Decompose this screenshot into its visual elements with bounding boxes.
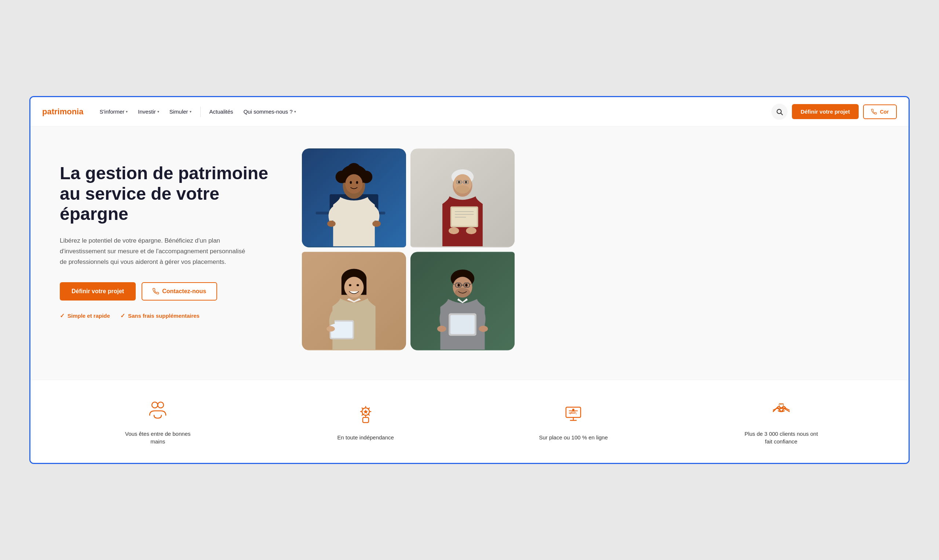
svg-point-20 — [456, 185, 470, 194]
navbar-cta-button[interactable]: Définir votre projet — [792, 104, 859, 119]
features-section: Vous êtes entre de bonnes mains — [31, 380, 908, 463]
nav-item-qui-sommes-nous[interactable]: Qui sommes-nous ? ▾ — [239, 106, 301, 118]
svg-marker-69 — [363, 409, 368, 414]
svg-point-12 — [350, 182, 352, 185]
hero-contact-button[interactable]: Contactez-nous — [142, 282, 217, 300]
navbar-contact-button[interactable]: Cor — [863, 105, 897, 119]
svg-point-32 — [466, 227, 476, 234]
feature-independence: En toute indépendance — [325, 401, 406, 441]
chevron-down-icon: ▾ — [294, 109, 296, 114]
svg-line-1 — [780, 113, 782, 115]
svg-point-15 — [372, 221, 381, 227]
online-icon — [562, 403, 584, 426]
svg-line-66 — [368, 408, 369, 409]
chevron-down-icon: ▾ — [190, 109, 191, 114]
svg-point-58 — [158, 402, 163, 408]
feature-icon-handshake-wrapper — [768, 398, 794, 424]
hero-description: Libérez le potentiel de votre épargne. B… — [60, 235, 251, 268]
feature-clients: Plus de 3 000 clients nous ont fait conf… — [741, 398, 822, 445]
person-image-2 — [410, 148, 515, 247]
svg-point-14 — [327, 221, 336, 227]
brand-logo[interactable]: patrimonia — [42, 107, 83, 117]
svg-point-46 — [457, 284, 460, 286]
browser-frame: patrimonia S'informer ▾ Investir ▾ Simul… — [29, 96, 910, 464]
person-image-4 — [410, 252, 515, 350]
svg-point-45 — [455, 288, 470, 298]
svg-point-21 — [458, 181, 460, 184]
svg-point-22 — [465, 181, 467, 184]
svg-point-56 — [479, 325, 488, 332]
feature-label-online: Sur place ou 100 % en ligne — [539, 434, 608, 441]
nav-item-actualites[interactable]: Actualités — [205, 106, 238, 118]
svg-point-73 — [572, 409, 574, 411]
check-icon: ✓ — [120, 312, 125, 319]
feature-icon-independence-wrapper — [353, 401, 379, 428]
svg-point-13 — [356, 182, 358, 185]
nav-items: S'informer ▾ Investir ▾ Simuler ▾ Actual… — [95, 106, 768, 118]
svg-rect-27 — [452, 208, 477, 226]
badge-frais: ✓ Sans frais supplémentaires — [120, 312, 199, 319]
feature-label-hands: Vous êtes entre de bonnes mains — [117, 430, 198, 445]
photo-card-4 — [410, 252, 515, 350]
hands-icon — [147, 400, 169, 422]
phone-icon — [871, 109, 877, 115]
photo-card-3 — [302, 252, 406, 350]
hero-cta-button[interactable]: Définir votre projet — [60, 282, 136, 300]
svg-line-67 — [362, 414, 363, 415]
photo-card-2 — [410, 148, 515, 247]
hero-buttons: Définir votre projet Contactez-nous — [60, 282, 273, 300]
nav-item-sinformer[interactable]: S'informer ▾ — [95, 106, 132, 118]
feature-online: Sur place ou 100 % en ligne — [533, 401, 614, 441]
hero-section: La gestion de patrimoine au service de v… — [31, 126, 908, 379]
svg-rect-68 — [363, 417, 369, 423]
phone-icon — [153, 288, 159, 295]
svg-point-11 — [345, 174, 362, 194]
feature-icon-online-wrapper — [560, 401, 586, 428]
feature-label-independence: En toute indépendance — [338, 434, 394, 441]
svg-line-65 — [368, 414, 369, 415]
svg-point-36 — [344, 277, 364, 298]
navbar: patrimonia S'informer ▾ Investir ▾ Simul… — [31, 97, 908, 126]
svg-point-38 — [356, 284, 359, 286]
svg-point-41 — [327, 326, 335, 331]
hero-content: La gestion de patrimoine au service de v… — [60, 148, 273, 319]
person-image-3 — [302, 252, 406, 350]
svg-point-55 — [437, 325, 446, 332]
hero-title: La gestion de patrimoine au service de v… — [60, 163, 273, 224]
hero-image-grid — [302, 148, 515, 350]
feature-label-clients: Plus de 3 000 clients nous ont fait conf… — [741, 430, 822, 445]
person-image-1 — [302, 148, 406, 247]
svg-point-47 — [465, 284, 468, 286]
hero-badges: ✓ Simple et rapide ✓ Sans frais suppléme… — [60, 312, 273, 319]
svg-rect-54 — [450, 315, 475, 334]
feature-good-hands: Vous êtes entre de bonnes mains — [117, 398, 198, 445]
svg-line-64 — [362, 408, 363, 409]
feature-icon-hands-wrapper — [145, 398, 171, 424]
chevron-down-icon: ▾ — [157, 109, 159, 114]
nav-item-simuler[interactable]: Simuler ▾ — [165, 106, 196, 118]
photo-card-1 — [302, 148, 406, 247]
badge-simple: ✓ Simple et rapide — [60, 312, 110, 319]
nav-divider — [200, 107, 200, 117]
handshake-icon — [770, 400, 792, 422]
svg-point-57 — [152, 402, 158, 408]
svg-point-37 — [349, 284, 352, 286]
nav-right: Définir votre projet Cor — [771, 104, 897, 120]
svg-point-31 — [449, 227, 459, 234]
independence-icon — [355, 403, 377, 426]
search-button[interactable] — [771, 104, 788, 120]
search-icon — [776, 108, 783, 115]
nav-item-investir[interactable]: Investir ▾ — [134, 106, 163, 118]
chevron-down-icon: ▾ — [126, 109, 128, 114]
check-icon: ✓ — [60, 312, 65, 319]
